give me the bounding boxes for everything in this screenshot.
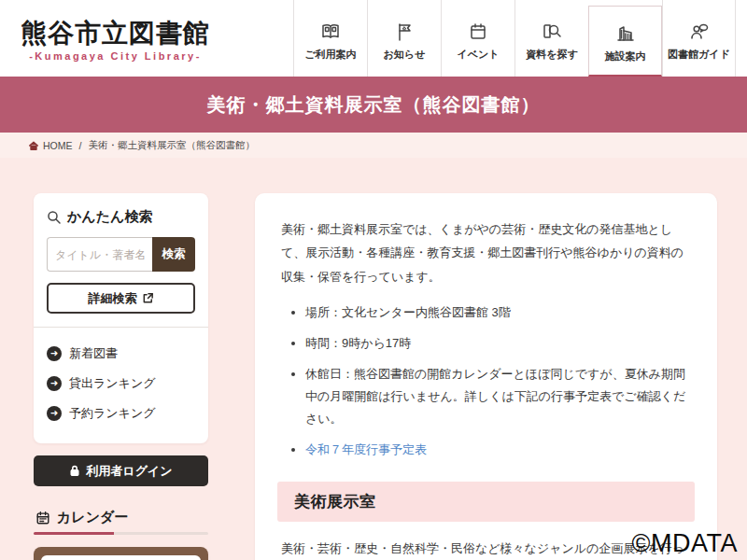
sidebar-link-reserve-ranking[interactable]: ➜ 予約ランキング bbox=[47, 399, 195, 428]
page-banner: 美術・郷土資料展示室（熊谷図書館） bbox=[0, 77, 747, 133]
nav-item-search-materials[interactable]: 資料を探す bbox=[514, 0, 588, 77]
watermark: ©MDATA bbox=[632, 529, 738, 558]
divider bbox=[34, 327, 208, 328]
list-item-closed: 休館日：熊谷図書館の開館カレンダーとほぼ同じですが、夏休み期間中の月曜開館は行い… bbox=[305, 363, 691, 430]
global-nav: ご利用案内 お知らせ イベント 資料を探す 施設案内 bbox=[293, 0, 736, 77]
calendar-library-bar: 市立熊谷図書館 ▼ bbox=[34, 547, 208, 560]
section-heading-strip: 美術展示室 bbox=[277, 482, 695, 522]
arrow-right-icon: ➜ bbox=[47, 346, 62, 361]
user-login-button[interactable]: 利用者ログイン bbox=[34, 455, 208, 486]
advanced-search-button[interactable]: 詳細検索 bbox=[47, 283, 195, 314]
heading-underline bbox=[34, 532, 208, 535]
list-item-hours: 時間：9時から17時 bbox=[305, 332, 691, 355]
list-item-place: 場所：文化センター内熊谷図書館 3階 bbox=[305, 301, 691, 324]
nav-item-library-guide[interactable]: 図書館ガイド bbox=[662, 0, 736, 77]
nav-item-guide[interactable]: ご利用案内 bbox=[293, 0, 367, 77]
nav-label: 図書館ガイド bbox=[668, 48, 730, 62]
sidebar-link-label: 貸出ランキング bbox=[69, 375, 156, 392]
site-header: 熊谷市立図書館 -Kumagaya City Library- ご利用案内 お知… bbox=[0, 0, 747, 77]
sidebar-link-label: 予約ランキング bbox=[69, 405, 156, 422]
site-title: 熊谷市立図書館 bbox=[21, 19, 210, 49]
external-link-icon bbox=[142, 292, 154, 304]
calendar-icon bbox=[468, 20, 488, 42]
info-list: 場所：文化センター内熊谷図書館 3階 時間：9時から17時 休館日：熊谷図書館の… bbox=[305, 301, 691, 461]
search-button[interactable]: 検索 bbox=[152, 237, 195, 272]
quick-search-title: かんたん検索 bbox=[67, 208, 152, 226]
open-book-icon bbox=[319, 20, 342, 42]
nav-label: ご利用案内 bbox=[304, 48, 356, 62]
breadcrumb-home-link[interactable]: HOME bbox=[28, 140, 73, 151]
nav-label: 資料を探す bbox=[526, 48, 578, 62]
site-subtitle: -Kumagaya City Library- bbox=[21, 50, 210, 62]
nav-label: イベント bbox=[457, 48, 499, 62]
quick-search-card: かんたん検索 検索 詳細検索 ➜ 新着図書 ➜ 貸出ランキング ➜ 予約ランキン… bbox=[34, 193, 208, 443]
search-book-icon bbox=[541, 20, 563, 42]
nav-label: お知らせ bbox=[384, 48, 426, 62]
sidebar-link-label: 新着図書 bbox=[69, 345, 118, 362]
advanced-search-label: 詳細検索 bbox=[89, 290, 137, 307]
nav-item-news[interactable]: お知らせ bbox=[367, 0, 441, 77]
site-logo[interactable]: 熊谷市立図書館 -Kumagaya City Library- bbox=[21, 15, 210, 62]
arrow-right-icon: ➜ bbox=[47, 376, 62, 391]
library-select[interactable]: 市立熊谷図書館 ▼ bbox=[41, 555, 201, 560]
sidebar-link-loan-ranking[interactable]: ➜ 貸出ランキング bbox=[47, 369, 195, 399]
calendar-heading: カレンダー bbox=[35, 509, 208, 526]
page-title: 美術・郷土資料展示室（熊谷図書館） bbox=[207, 92, 541, 118]
flag-icon bbox=[394, 20, 415, 42]
arrow-right-icon: ➜ bbox=[47, 406, 62, 421]
sidebar-link-new-books[interactable]: ➜ 新着図書 bbox=[47, 339, 195, 369]
main-column: 美術・郷土資料展示室では、くまがやの芸術・歴史文化の発信基地として、展示活動・各… bbox=[255, 193, 717, 560]
lock-icon bbox=[69, 465, 80, 477]
calendar-widget: 市立熊谷図書館 ▼ ‹ 2025年 11月 › Sun Mon Tue Wed … bbox=[34, 547, 208, 560]
schedule-link[interactable]: 令和７年度行事予定表 bbox=[305, 442, 427, 456]
content-area: かんたん検索 検索 詳細検索 ➜ 新着図書 ➜ 貸出ランキング ➜ 予約ランキン… bbox=[0, 158, 747, 560]
intro-paragraph: 美術・郷土資料展示室では、くまがやの芸術・歴史文化の発信基地として、展示活動・各… bbox=[281, 217, 691, 288]
calendar-title: カレンダー bbox=[57, 509, 128, 526]
main-card: 美術・郷土資料展示室では、くまがやの芸術・歴史文化の発信基地として、展示活動・各… bbox=[255, 193, 717, 560]
building-icon bbox=[614, 21, 637, 44]
search-input[interactable] bbox=[47, 237, 152, 272]
breadcrumb: HOME / 美術・郷土資料展示室（熊谷図書館） bbox=[0, 133, 747, 158]
search-icon bbox=[47, 210, 62, 225]
breadcrumb-home-label: HOME bbox=[43, 140, 73, 151]
breadcrumb-current: 美術・郷土資料展示室（熊谷図書館） bbox=[88, 139, 255, 152]
person-guide-icon bbox=[688, 20, 711, 42]
nav-item-events[interactable]: イベント bbox=[441, 0, 514, 77]
breadcrumb-separator: / bbox=[79, 140, 82, 151]
search-row: 検索 bbox=[47, 237, 195, 272]
sidebar: かんたん検索 検索 詳細検索 ➜ 新着図書 ➜ 貸出ランキング ➜ 予約ランキン… bbox=[34, 193, 208, 560]
calendar-icon bbox=[35, 511, 50, 525]
quick-search-heading: かんたん検索 bbox=[47, 208, 195, 226]
section-paragraph: 美術・芸術・歴史・自然科学・民俗など様々なジャンルの企画展示を行っています。 bbox=[281, 537, 691, 560]
nav-item-facilities[interactable]: 施設案内 bbox=[588, 6, 662, 77]
list-item-schedule: 令和７年度行事予定表 bbox=[305, 439, 691, 461]
user-login-label: 利用者ログイン bbox=[86, 463, 172, 480]
nav-label: 施設案内 bbox=[605, 49, 646, 63]
section-heading: 美術展示室 bbox=[294, 491, 678, 512]
